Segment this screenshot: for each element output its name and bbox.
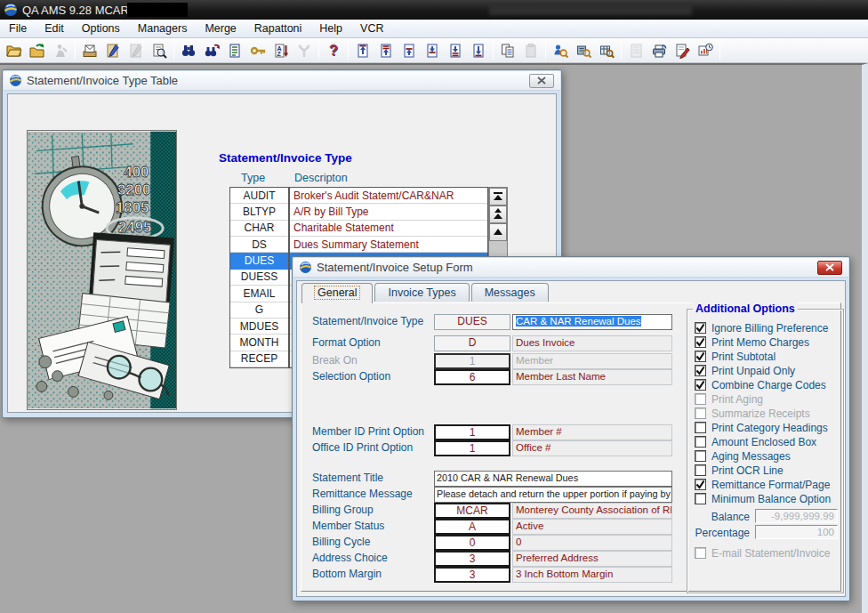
field-billing-cycle-code-input[interactable]: 0 (434, 535, 510, 551)
menu-rapattoni[interactable]: Rapattoni (245, 22, 311, 35)
checkbox-combine-charge-codes[interactable]: Combine Charge Codes (695, 378, 826, 391)
description-row-audit[interactable]: Broker's Audit Statemt/CAR&NAR (290, 188, 487, 204)
checkbox-remittance-format-page[interactable]: Remittance Format/Page (695, 478, 830, 491)
field-format-option-code-input[interactable]: D (434, 335, 510, 351)
menu-help[interactable]: Help (310, 22, 351, 35)
field-member-status-code-input[interactable]: A (434, 519, 510, 535)
field-selection-option-code-input[interactable]: 6 (434, 369, 510, 385)
member-lookup-button[interactable] (549, 40, 572, 61)
edit-record-button[interactable] (101, 40, 125, 61)
field-format-option-label: Format Option (312, 335, 435, 351)
scroll-first-button[interactable] (489, 188, 507, 206)
type-row-ds[interactable]: DS (230, 237, 288, 253)
description-row-ds[interactable]: Dues Summary Statement (290, 237, 487, 253)
record-prev-page-button[interactable] (374, 40, 398, 61)
checkbox-print-unpaid-only[interactable]: Print Unpaid Only (695, 364, 795, 377)
office-lookup-button[interactable] (572, 40, 595, 61)
record-last-button[interactable] (467, 40, 490, 61)
scroll-page-up-button[interactable] (489, 206, 507, 223)
field-member-id-print-option-code-input[interactable]: 1 (434, 424, 510, 440)
close-table-button[interactable] (26, 40, 49, 61)
open-table-button[interactable] (3, 40, 26, 61)
checkbox-print-memo-charges-label: Print Memo Charges (711, 336, 809, 349)
checkbox-print-memo-charges[interactable]: Print Memo Charges (695, 335, 809, 349)
security-key-button[interactable] (246, 40, 269, 61)
copy-button[interactable] (496, 40, 519, 61)
checkbox-ignore-billing-preference-label: Ignore Billing Preference (711, 322, 828, 335)
setup-form-title-bar[interactable]: Statement/Invoice Setup Form (293, 258, 848, 278)
record-next-button[interactable] (421, 40, 444, 61)
notes-button[interactable] (223, 40, 246, 61)
find-next-button[interactable] (200, 40, 223, 61)
record-first-button[interactable] (351, 40, 374, 61)
description-row-bltyp[interactable]: A/R by Bill Type (290, 204, 487, 220)
tab-invoice-types[interactable]: Invoice Types (374, 283, 469, 302)
send-output-button[interactable] (78, 40, 101, 61)
type-row-email[interactable]: EMAIL (230, 286, 288, 302)
field-bottom-margin-code-input[interactable]: 3 (434, 567, 510, 583)
scheduler-button[interactable] (694, 40, 717, 61)
type-row-duess[interactable]: DUESS (230, 270, 288, 286)
type-table-close-button[interactable] (529, 74, 554, 88)
type-table-title-bar[interactable]: Statement/Invoice Type Table (4, 71, 560, 91)
checkbox-ignore-billing-preference[interactable]: Ignore Billing Preference (695, 321, 828, 335)
type-row-mdues[interactable]: MDUES (230, 319, 288, 335)
checkbox-aging-messages[interactable]: Aging Messages (695, 449, 791, 463)
type-row-recep[interactable]: RECEP (230, 351, 288, 367)
sort-button[interactable]: AZ (269, 40, 293, 61)
type-row-char[interactable]: CHAR (230, 221, 288, 237)
checkbox-print-subtotal[interactable]: Print Subtotal (695, 350, 776, 363)
type-row-g[interactable]: G (230, 302, 288, 319)
tab-general[interactable]: General (301, 283, 373, 303)
checkbox-ignore-billing-preference-box (695, 322, 706, 334)
menu-options[interactable]: Options (73, 22, 129, 35)
find-icon (181, 43, 197, 59)
field-address-choice-description: Preferred Address (512, 551, 672, 567)
table-lookup-button[interactable] (595, 40, 618, 61)
type-row-month[interactable]: MONTH (230, 335, 288, 351)
field-statement-invoice-type-code-input[interactable]: DUES (434, 314, 510, 330)
field-billing-group-code-input[interactable]: MCAR (434, 503, 510, 519)
type-row-bltyp[interactable]: BLTYP (230, 204, 288, 220)
help-button[interactable]: ? (322, 40, 345, 61)
menu-vcr[interactable]: VCR (351, 22, 392, 35)
menu-managers[interactable]: Managers (129, 22, 197, 35)
field-address-choice-code-input[interactable]: 3 (434, 551, 510, 567)
type-row-audit[interactable]: AUDIT (230, 188, 288, 204)
checkbox-amount-enclosed-box[interactable]: Amount Enclosed Box (695, 435, 816, 448)
field-billing-cycle-label: Billing Cycle (312, 535, 435, 550)
field-office-id-print-option-description: Office # (512, 440, 672, 456)
setup-form-close-button[interactable] (817, 261, 842, 275)
svg-text:Z: Z (277, 51, 282, 57)
menu-edit[interactable]: Edit (36, 22, 73, 35)
checkbox-print-aging-box (695, 393, 706, 405)
write-letter-button[interactable] (671, 40, 694, 61)
additional-options-groupbox: Additional Options Ignore Billing Prefer… (687, 309, 844, 593)
record-prev-button[interactable] (398, 40, 421, 61)
menu-file[interactable]: File (0, 22, 36, 35)
toolbar-separator (621, 42, 622, 60)
checkbox-print-aging-label: Print Aging (711, 393, 763, 406)
percentage-input[interactable]: 100 (755, 525, 838, 539)
checkbox-print-category-headings[interactable]: Print Category Headings (695, 421, 828, 434)
write-letter-icon (674, 43, 690, 59)
balance-input[interactable]: -9,999,999.99 (755, 509, 838, 523)
scroll-up-button[interactable] (489, 223, 507, 241)
field-remittance-message-input[interactable]: Please detach and return the upper porti… (434, 487, 672, 503)
description-row-char[interactable]: Charitable Statement (290, 221, 487, 237)
type-row-dues[interactable]: DUES (230, 253, 288, 269)
print-preview-button[interactable] (148, 40, 171, 61)
print-setup-button[interactable] (647, 40, 671, 61)
field-office-id-print-option-label: Office ID Print Option (312, 440, 435, 456)
checkbox-print-ocr-line[interactable]: Print OCR Line (695, 464, 784, 477)
help-icon: ? (329, 43, 338, 59)
field-statement-title-input[interactable]: 2010 CAR & NAR Renewal Dues (434, 471, 672, 487)
find-button[interactable] (177, 40, 200, 61)
toolbar-separator (75, 42, 76, 60)
edit-record-alt-button (125, 40, 148, 61)
menu-merge[interactable]: Merge (196, 22, 245, 35)
tab-messages[interactable]: Messages (471, 283, 549, 302)
checkbox-minimum-balance-option[interactable]: Minimum Balance Option (695, 492, 831, 505)
field-office-id-print-option-code-input[interactable]: 1 (434, 440, 510, 456)
record-next-page-button[interactable] (444, 40, 467, 61)
